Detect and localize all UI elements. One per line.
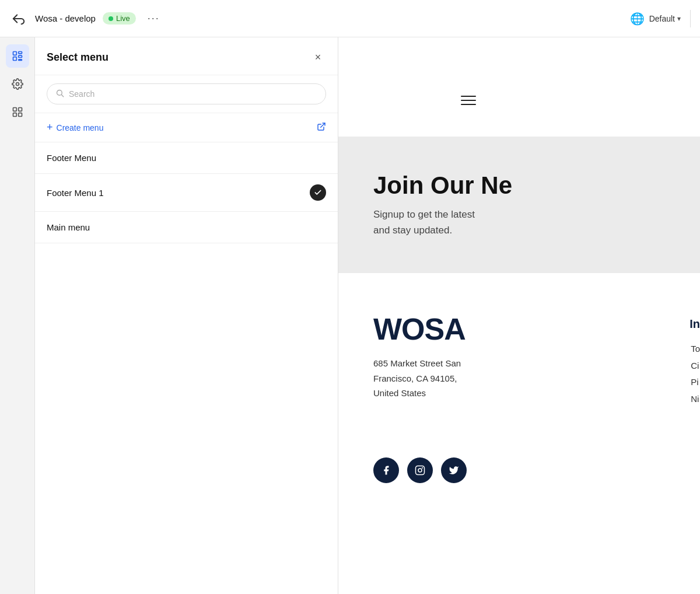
create-menu-row: + Create menu: [35, 113, 338, 142]
footer-right-item-2: Ci: [691, 358, 700, 375]
topbar: Wosa - develop Live ··· 🌐 Default ▾: [0, 0, 700, 37]
topbar-divider: [690, 10, 691, 27]
live-badge: Live: [103, 12, 136, 25]
menu-item-main-menu[interactable]: Main menu: [35, 212, 338, 243]
back-button[interactable]: [9, 9, 28, 28]
external-link-icon[interactable]: [317, 122, 326, 133]
facebook-icon[interactable]: [373, 457, 399, 483]
selected-check-badge: [310, 184, 326, 201]
menu-item-label: Footer Menu 1: [47, 188, 104, 198]
svg-point-5: [16, 83, 19, 86]
search-input-wrap: [47, 83, 326, 104]
svg-rect-0: [13, 52, 16, 55]
topbar-right: 🌐 Default ▾: [630, 10, 691, 27]
site-name: Wosa - develop: [35, 13, 96, 23]
svg-point-14: [418, 469, 422, 472]
plus-icon: +: [47, 121, 53, 134]
footer-right-item-3: Pi: [691, 374, 700, 391]
hamburger-icon: [461, 96, 476, 105]
sidebar-item-apps[interactable]: [6, 100, 29, 124]
create-menu-button[interactable]: + Create menu: [47, 121, 103, 134]
social-icons: [373, 457, 467, 483]
svg-rect-3: [13, 57, 16, 61]
preview-area: Join Our Ne Signup to get the latest and…: [338, 37, 700, 594]
footer-right-items: To Ci Pi Ni: [691, 341, 700, 407]
newsletter-subtitle-line1: Signup to get the latest: [373, 207, 665, 222]
default-dropdown[interactable]: Default ▾: [649, 14, 681, 23]
live-dot: [108, 16, 113, 21]
search-icon: [55, 89, 64, 99]
panel-title: Select menu: [47, 51, 108, 64]
menu-item-label: Footer Menu: [47, 153, 96, 163]
newsletter-subtitle-line2: and stay updated.: [373, 222, 665, 238]
chevron-down-icon: ▾: [677, 15, 681, 23]
panel-header: Select menu ×: [35, 37, 338, 75]
menu-item-label: Main menu: [47, 222, 90, 232]
footer-section: WOSA 685 Market Street San Francisco, CA…: [338, 288, 700, 424]
twitter-icon[interactable]: [441, 457, 467, 483]
sidebar-item-settings[interactable]: [6, 72, 29, 96]
svg-rect-13: [416, 466, 425, 475]
svg-rect-2: [18, 55, 22, 57]
more-button[interactable]: ···: [143, 10, 164, 27]
search-container: [35, 75, 338, 113]
sidebar-icons: [0, 37, 35, 594]
instagram-icon[interactable]: [407, 457, 433, 483]
create-menu-label: Create menu: [57, 123, 104, 132]
newsletter-section: Join Our Ne Signup to get the latest and…: [338, 137, 700, 273]
select-menu-panel: Select menu × + Create menu: [35, 37, 338, 594]
menu-item-footer-menu[interactable]: Footer Menu: [35, 142, 338, 174]
address-line3: United States: [373, 386, 665, 401]
ham-line-2: [461, 100, 476, 101]
svg-rect-4: [18, 60, 22, 61]
address-line2: Francisco, CA 94105,: [373, 371, 665, 386]
live-label: Live: [116, 14, 130, 23]
newsletter-subtitle: Signup to get the latest and stay update…: [373, 207, 665, 238]
footer-logo: WOSA: [373, 312, 665, 347]
address-line1: 685 Market Street San: [373, 356, 665, 371]
search-input[interactable]: [69, 89, 317, 99]
footer-right-label: In: [690, 317, 700, 331]
default-label: Default: [649, 14, 675, 23]
newsletter-title: Join Our Ne: [373, 172, 665, 200]
globe-icon: 🌐: [630, 12, 645, 26]
svg-rect-7: [18, 108, 22, 111]
sidebar-item-nav[interactable]: [6, 44, 29, 68]
svg-line-11: [61, 95, 63, 96]
svg-rect-1: [18, 52, 22, 54]
footer-address: 685 Market Street San Francisco, CA 9410…: [373, 356, 665, 401]
footer-right-item-4: Ni: [691, 391, 700, 408]
main-layout: Select menu × + Create menu: [0, 37, 700, 594]
footer-right-item-1: To: [691, 341, 700, 358]
svg-line-12: [321, 123, 325, 127]
menu-item-footer-menu-1[interactable]: Footer Menu 1: [35, 174, 338, 212]
ham-line-1: [461, 96, 476, 97]
svg-rect-9: [18, 113, 22, 117]
topbar-left: Wosa - develop Live ···: [9, 9, 623, 28]
close-button[interactable]: ×: [310, 49, 326, 65]
svg-rect-6: [13, 108, 16, 111]
menu-list: Footer Menu Footer Menu 1 Main menu: [35, 142, 338, 594]
ham-line-3: [461, 104, 476, 105]
svg-rect-8: [13, 113, 16, 117]
svg-point-15: [422, 468, 423, 469]
